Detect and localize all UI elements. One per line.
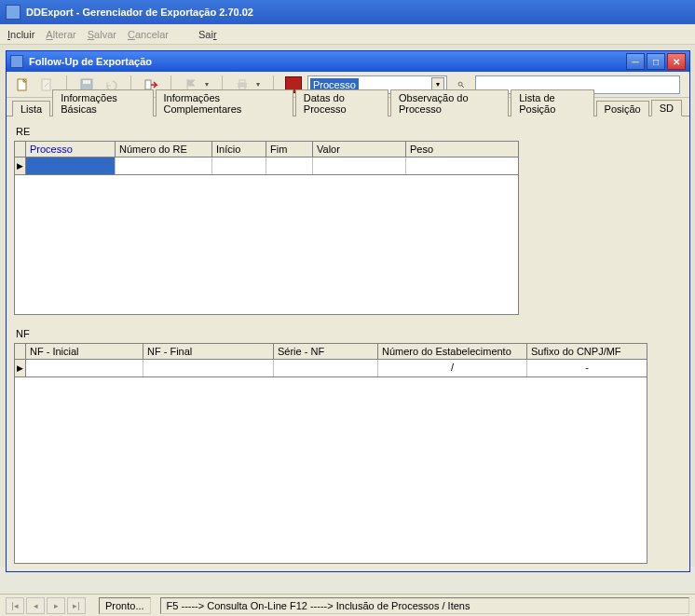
- nav-next-icon[interactable]: ▸: [47, 597, 65, 614]
- tab-lista[interactable]: Lista: [12, 101, 50, 116]
- nf-header-estabelecimento[interactable]: Número do Estabelecimento: [378, 344, 527, 359]
- nf-row-marker[interactable]: ▶: [15, 360, 26, 376]
- tab-sd[interactable]: SD: [651, 100, 682, 116]
- re-header-inicio[interactable]: Início: [212, 142, 266, 157]
- re-row-marker[interactable]: ▶: [15, 157, 26, 174]
- menu-salvar[interactable]: Salvar: [88, 29, 116, 40]
- current-row-icon: ▶: [17, 161, 23, 171]
- nav-first-icon[interactable]: |◂: [6, 597, 24, 614]
- svg-rect-4: [145, 80, 151, 89]
- menu-sair[interactable]: Sair: [198, 29, 217, 40]
- child-window: Follow-Up de Exportação ─ □ ✕ ▾ ▾: [6, 50, 690, 572]
- re-header-marker[interactable]: [15, 142, 26, 157]
- re-header-fim[interactable]: Fim: [266, 142, 313, 157]
- tab-informacoes-basicas[interactable]: Informações Básicas: [52, 89, 153, 116]
- child-titlebar: Follow-Up de Exportação ─ □ ✕: [7, 51, 689, 72]
- tab-content: RE Processo Número do RE Início Fim Valo…: [7, 116, 689, 571]
- status-ready: Pronto...: [99, 597, 151, 614]
- re-section-label: RE: [16, 126, 680, 137]
- nav-last-icon[interactable]: ▸|: [67, 597, 86, 614]
- nf-cell-estabelecimento[interactable]: /: [378, 360, 527, 376]
- svg-point-8: [458, 82, 462, 86]
- nf-header-inicial[interactable]: NF - Inicial: [26, 344, 143, 359]
- svg-rect-3: [83, 80, 90, 84]
- maximize-button[interactable]: □: [647, 53, 665, 70]
- re-cell-peso[interactable]: [406, 157, 518, 174]
- current-row-icon: ▶: [17, 363, 23, 373]
- re-cell-valor[interactable]: [313, 157, 406, 174]
- nf-row[interactable]: / -: [26, 360, 647, 376]
- tabstrip: Lista Informações Básicas Informações Co…: [7, 98, 689, 116]
- status-hint: F5 -----> Consulta On-Line F12 -----> In…: [160, 597, 689, 614]
- tab-posicao[interactable]: Posição: [596, 101, 649, 116]
- statusbar: |◂ ◂ ▸ ▸| Pronto... F5 -----> Consulta O…: [0, 594, 695, 616]
- re-header-peso[interactable]: Peso: [406, 142, 518, 157]
- re-grid-blank-area: [14, 175, 519, 315]
- new-document-icon[interactable]: [12, 75, 33, 95]
- nf-header-marker[interactable]: [15, 344, 26, 359]
- re-header-processo[interactable]: Processo: [26, 142, 116, 157]
- nf-cell-inicial[interactable]: [26, 360, 143, 376]
- nf-grid[interactable]: NF - Inicial NF - Final Série - NF Númer…: [14, 343, 647, 377]
- nf-header-sufixo[interactable]: Sufixo do CNPJ/MF: [527, 344, 647, 359]
- tab-datas-do-processo[interactable]: Datas do Processo: [295, 89, 388, 116]
- nf-cell-final[interactable]: [143, 360, 274, 376]
- child-title: Follow-Up de Exportação: [29, 56, 152, 67]
- nf-cell-sufixo[interactable]: -: [527, 360, 647, 376]
- print-dropdown-icon[interactable]: ▾: [256, 80, 264, 89]
- nav-prev-icon[interactable]: ◂: [26, 597, 45, 614]
- tab-lista-de-posicao[interactable]: Lista de Posição: [511, 89, 593, 116]
- nf-cell-serie[interactable]: [274, 360, 378, 376]
- mdi-client-area: Follow-Up de Exportação ─ □ ✕ ▾ ▾: [0, 45, 695, 567]
- tab-observacao-do-processo[interactable]: Observação do Processo: [390, 89, 509, 116]
- nf-header-serie[interactable]: Série - NF: [274, 344, 378, 359]
- re-cell-processo[interactable]: [26, 157, 116, 174]
- re-grid[interactable]: Processo Número do RE Início Fim Valor P…: [14, 141, 519, 175]
- re-cell-fim[interactable]: [266, 157, 313, 174]
- menu-cancelar[interactable]: Cancelar: [128, 29, 169, 40]
- menu-alterar[interactable]: Alterar: [46, 29, 75, 40]
- flag-dropdown-icon[interactable]: ▾: [205, 80, 212, 89]
- minimize-button[interactable]: ─: [626, 53, 645, 70]
- menu-incluir[interactable]: Incluir: [7, 29, 34, 40]
- nf-grid-blank-area: [14, 377, 647, 564]
- re-row[interactable]: [26, 157, 518, 174]
- re-cell-numero[interactable]: [116, 157, 212, 174]
- child-window-icon: [10, 55, 23, 68]
- nf-header-final[interactable]: NF - Final: [143, 344, 274, 359]
- re-header-numero[interactable]: Número do RE: [116, 142, 212, 157]
- nf-section-label: NF: [16, 328, 680, 339]
- menubar: Incluir Alterar Salvar Cancelar Sair: [0, 24, 695, 45]
- app-titlebar: DDExport - Gerenciador de Exportação 2.7…: [0, 0, 695, 24]
- svg-rect-6: [239, 80, 245, 83]
- re-cell-inicio[interactable]: [212, 157, 266, 174]
- app-icon: [6, 5, 20, 20]
- tab-informacoes-complementares[interactable]: Informações Complementares: [156, 89, 293, 116]
- re-header-valor[interactable]: Valor: [313, 142, 406, 157]
- app-title: DDExport - Gerenciador de Exportação 2.7…: [26, 7, 253, 18]
- close-button[interactable]: ✕: [667, 53, 686, 70]
- svg-line-9: [462, 85, 464, 87]
